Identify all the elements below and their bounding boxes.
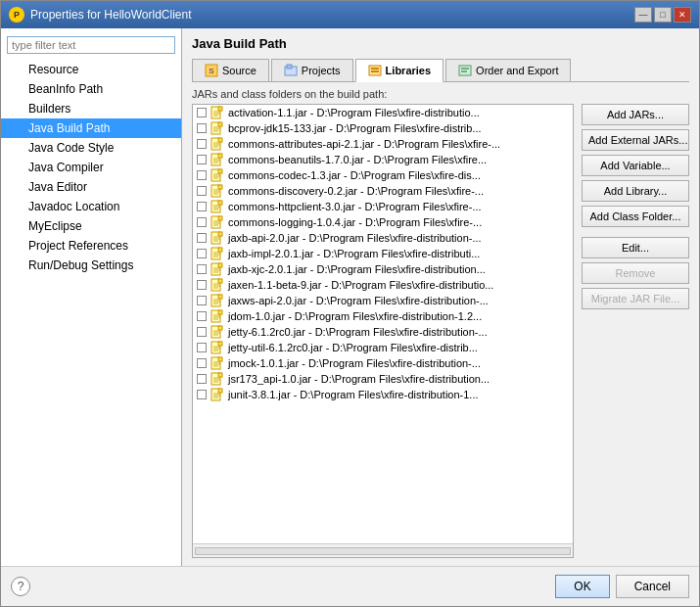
jar-list-item[interactable]: commons-logging-1.0.4.jar - D:\Program F… xyxy=(193,214,573,230)
help-button[interactable]: ? xyxy=(11,577,30,596)
svg-rect-61 xyxy=(218,263,222,267)
add-external-jars-button[interactable]: Add External JARs... xyxy=(582,129,689,151)
jar-list-item[interactable]: commons-attributes-api-2.1.jar - D:\Prog… xyxy=(193,136,573,152)
properties-window: P Properties for HelloWorldClient — □ ✕ … xyxy=(0,0,700,607)
jar-section-label: JARs and class folders on the build path… xyxy=(192,88,689,100)
svg-rect-31 xyxy=(218,169,222,173)
jar-file-icon xyxy=(210,341,224,354)
add-jars-button[interactable]: Add JARs... xyxy=(582,104,689,125)
sidebar-item-beaninfo[interactable]: BeanInfo Path xyxy=(1,79,181,99)
main-panel: Java Build Path S Source Projects xyxy=(182,28,699,566)
svg-rect-71 xyxy=(218,295,222,299)
filter-input[interactable] xyxy=(7,36,175,54)
sidebar-item-java-code-style[interactable]: Java Code Style xyxy=(1,138,181,158)
jar-checkbox[interactable] xyxy=(197,296,207,305)
jar-list-item[interactable]: jdom-1.0.jar - D:\Program Files\xfire-di… xyxy=(193,308,573,324)
jar-list-item[interactable]: jetty-6.1.2rc0.jar - D:\Program Files\xf… xyxy=(193,324,573,340)
maximize-button[interactable]: □ xyxy=(654,7,672,23)
close-button[interactable]: ✕ xyxy=(674,7,691,23)
add-variable-button[interactable]: Add Variable... xyxy=(582,155,689,176)
jar-name: jsr173_api-1.0.jar - D:\Program Files\xf… xyxy=(228,373,490,385)
horizontal-scrollbar[interactable] xyxy=(193,543,573,557)
svg-rect-21 xyxy=(218,138,222,142)
minimize-button[interactable]: — xyxy=(634,7,652,23)
remove-button[interactable]: Remove xyxy=(582,262,689,284)
jar-file-icon xyxy=(210,388,224,401)
window-title: Properties for HelloWorldClient xyxy=(30,8,192,22)
sidebar-item-run-debug[interactable]: Run/Debug Settings xyxy=(1,256,181,275)
jar-list-item[interactable]: jaxws-api-2.0.jar - D:\Program Files\xfi… xyxy=(193,293,573,308)
jar-checkbox[interactable] xyxy=(197,186,207,196)
jar-list[interactable]: activation-1.1.jar - D:\Program Files\xf… xyxy=(193,105,573,543)
svg-rect-6 xyxy=(371,70,379,72)
jar-list-item[interactable]: jsr173_api-1.0.jar - D:\Program Files\xf… xyxy=(193,371,573,387)
jar-list-item[interactable]: jaxb-impl-2.0.1.jar - D:\Program Files\x… xyxy=(193,246,573,261)
jar-list-item[interactable]: commons-beanutils-1.7.0.jar - D:\Program… xyxy=(193,152,573,167)
jar-checkbox[interactable] xyxy=(197,280,207,290)
jar-name: bcprov-jdk15-133.jar - D:\Program Files\… xyxy=(228,122,482,134)
sidebar-item-myeclipse[interactable]: MyEclipse xyxy=(1,216,181,236)
jar-name: commons-attributes-api-2.1.jar - D:\Prog… xyxy=(228,138,500,150)
sidebar-item-project-refs[interactable]: Project References xyxy=(1,236,181,256)
sidebar-item-java-compiler[interactable]: Java Compiler xyxy=(1,158,181,177)
tab-order-export[interactable]: Order and Export xyxy=(445,59,571,81)
sidebar-item-java-editor[interactable]: Java Editor xyxy=(1,177,181,197)
add-library-button[interactable]: Add Library... xyxy=(582,180,689,202)
jar-checkbox[interactable] xyxy=(197,343,207,352)
sidebar-item-javadoc[interactable]: Javadoc Location xyxy=(1,197,181,216)
svg-text:S: S xyxy=(209,67,213,75)
jar-file-icon xyxy=(210,200,224,213)
jar-list-item[interactable]: jaxb-xjc-2.0.1.jar - D:\Program Files\xf… xyxy=(193,261,573,277)
jar-checkbox[interactable] xyxy=(197,327,207,337)
jar-name: commons-codec-1.3.jar - D:\Program Files… xyxy=(228,169,481,181)
migrate-jar-button[interactable]: Migrate JAR File... xyxy=(582,288,689,309)
jar-name: activation-1.1.jar - D:\Program Files\xf… xyxy=(228,107,480,118)
edit-button[interactable]: Edit... xyxy=(582,237,689,258)
jar-checkbox[interactable] xyxy=(197,358,207,368)
jar-name: jetty-6.1.2rc0.jar - D:\Program Files\xf… xyxy=(228,326,488,338)
jar-list-item[interactable]: jaxb-api-2.0.jar - D:\Program Files\xfir… xyxy=(193,230,573,246)
add-class-folder-button[interactable]: Add Class Folder... xyxy=(582,206,689,227)
bottom-buttons: OK Cancel xyxy=(555,575,689,598)
jar-list-item[interactable]: commons-codec-1.3.jar - D:\Program Files… xyxy=(193,167,573,183)
jar-checkbox[interactable] xyxy=(197,311,207,321)
jar-checkbox[interactable] xyxy=(197,170,207,180)
sidebar-item-java-build-path[interactable]: Java Build Path xyxy=(1,118,181,138)
jar-checkbox[interactable] xyxy=(197,233,207,243)
footer-bar: ? OK Cancel xyxy=(1,566,699,606)
jar-file-icon xyxy=(210,121,224,135)
jar-list-item[interactable]: activation-1.1.jar - D:\Program Files\xf… xyxy=(193,105,573,120)
jar-list-item[interactable]: jmock-1.0.1.jar - D:\Program Files\xfire… xyxy=(193,355,573,371)
jar-checkbox[interactable] xyxy=(197,264,207,274)
jar-checkbox[interactable] xyxy=(197,374,207,384)
jar-name: commons-beanutils-1.7.0.jar - D:\Program… xyxy=(228,154,487,165)
tabs-bar: S Source Projects xyxy=(192,59,689,82)
jar-checkbox[interactable] xyxy=(197,217,207,227)
tab-source[interactable]: S Source xyxy=(192,59,269,81)
jar-list-item[interactable]: junit-3.8.1.jar - D:\Program Files\xfire… xyxy=(193,387,573,402)
jar-list-item[interactable]: commons-httpclient-3.0.jar - D:\Program … xyxy=(193,199,573,214)
jar-file-icon xyxy=(210,215,224,229)
tab-libraries[interactable]: Libraries xyxy=(355,59,443,82)
ok-button[interactable]: OK xyxy=(555,575,609,598)
jar-list-item[interactable]: jaxen-1.1-beta-9.jar - D:\Program Files\… xyxy=(193,277,573,293)
jar-list-item[interactable]: commons-discovery-0.2.jar - D:\Program F… xyxy=(193,183,573,199)
tab-projects[interactable]: Projects xyxy=(271,59,353,81)
jar-name: commons-httpclient-3.0.jar - D:\Program … xyxy=(228,201,482,212)
sidebar-item-builders[interactable]: Builders xyxy=(1,99,181,118)
jar-checkbox[interactable] xyxy=(197,202,207,211)
jar-list-item[interactable]: bcprov-jdk15-133.jar - D:\Program Files\… xyxy=(193,120,573,136)
jar-file-icon xyxy=(210,184,224,198)
jar-checkbox[interactable] xyxy=(197,139,207,149)
jar-checkbox[interactable] xyxy=(197,108,207,117)
title-bar: P Properties for HelloWorldClient — □ ✕ xyxy=(1,1,699,28)
jar-checkbox[interactable] xyxy=(197,390,207,399)
cancel-button[interactable]: Cancel xyxy=(616,575,689,598)
sidebar-item-resource[interactable]: Resource xyxy=(1,60,181,79)
scrollbar-track xyxy=(195,547,571,555)
jar-checkbox[interactable] xyxy=(197,155,207,164)
jar-checkbox[interactable] xyxy=(197,123,207,133)
jar-checkbox[interactable] xyxy=(197,249,207,258)
jar-list-item[interactable]: jetty-util-6.1.2rc0.jar - D:\Program Fil… xyxy=(193,340,573,355)
projects-tab-icon xyxy=(284,64,298,77)
